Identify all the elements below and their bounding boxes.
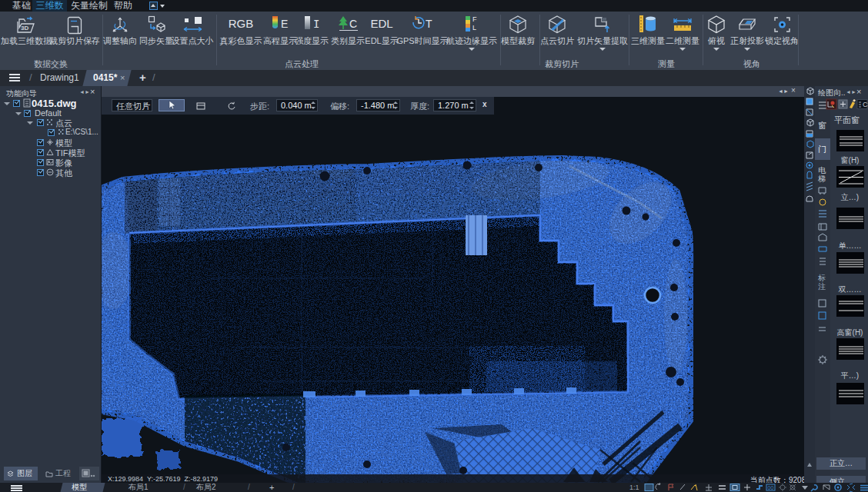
svg-text:C: C	[349, 18, 357, 30]
svg-text:T: T	[426, 18, 432, 30]
svg-text:00: 00	[768, 485, 774, 490]
svg-text:E: E	[281, 18, 288, 30]
svg-text:I: I	[313, 18, 319, 31]
svg-text:F: F	[472, 15, 477, 23]
svg-text:C: C	[863, 101, 868, 108]
svg-text:L: L	[472, 24, 476, 32]
svg-text:3D: 3D	[21, 25, 28, 32]
